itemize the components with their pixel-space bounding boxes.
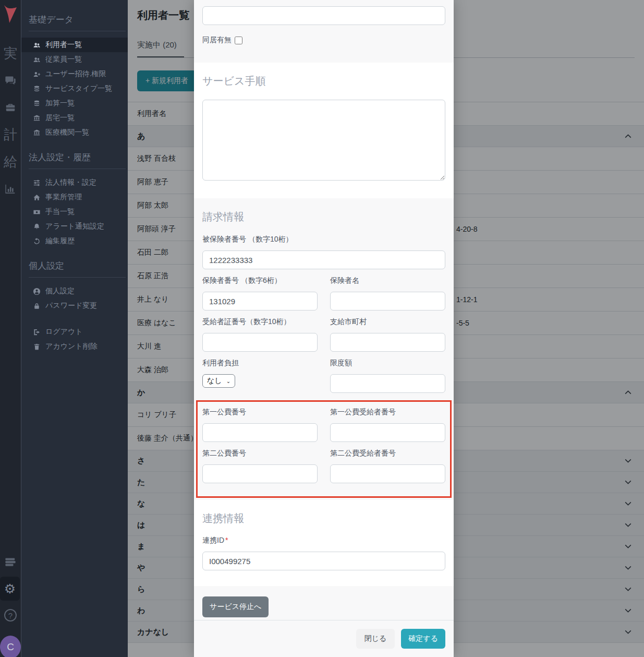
- sidebar-item[interactable]: 医療機関一覧: [21, 125, 128, 140]
- insurer-number-label: 保険者番号 （数字6桁）: [202, 276, 318, 285]
- bank-icon: [33, 129, 41, 137]
- history-icon: [33, 237, 41, 245]
- list-icon[interactable]: [0, 550, 21, 575]
- chart-bar-icon[interactable]: [0, 176, 21, 201]
- sidebar-section-title: 個人設定: [21, 260, 128, 277]
- sidebar-item[interactable]: 加算一覧: [21, 96, 128, 111]
- sidebar-item[interactable]: 従業員一覧: [21, 52, 128, 67]
- question-glyph: ?: [4, 609, 17, 622]
- jitsu-kanji[interactable]: 実: [0, 41, 21, 66]
- recipient-cert-number-label: 受給者証番号（数字10桁）: [202, 317, 318, 327]
- lock-icon: [33, 302, 41, 310]
- insured-number-input[interactable]: [202, 250, 445, 269]
- sidebar-item[interactable]: サービスタイプ一覧: [21, 81, 128, 96]
- list-icon: [5, 556, 16, 568]
- strip-bottom-items: ⚙?C: [0, 550, 21, 657]
- comment-icon: [5, 75, 16, 86]
- sidebar-item[interactable]: 利用者一覧: [21, 38, 128, 52]
- sidebar-item[interactable]: 事業所管理: [21, 190, 128, 205]
- sidebar-item-label: ユーザー招待.権限: [45, 69, 106, 79]
- public-expense-highlight-box: 第一公費番号 第一公費受給者番号 第二公費番号 第二公費受給者番号: [196, 400, 452, 498]
- chart-icon: [5, 183, 16, 195]
- sidebar: 基礎データ利用者一覧従業員一覧ユーザー招待.権限サービスタイプ一覧加算一覧居宅一…: [21, 0, 128, 657]
- service-stop-button[interactable]: サービス停止へ: [202, 596, 269, 617]
- avatar[interactable]: C: [0, 630, 21, 655]
- recipient-cert-number-input[interactable]: [202, 333, 318, 352]
- kohi1-recipient-number-input[interactable]: [330, 423, 445, 442]
- sidebar-item-label: アラート通知設定: [45, 222, 104, 231]
- sidebar-section-title: 基礎データ: [21, 14, 128, 31]
- kohi1-recipient-number-label: 第一公費受給者番号: [330, 408, 445, 417]
- briefcase-icon[interactable]: [0, 95, 21, 120]
- sidebar-item[interactable]: アカウント削除: [21, 339, 128, 354]
- sidebar-item-label: 医療機関一覧: [45, 128, 89, 137]
- sidebar-item-label: 加算一覧: [45, 99, 75, 108]
- link-section-title: 連携情報: [202, 511, 445, 525]
- sidebar-item-label: 法人情報・設定: [45, 178, 96, 187]
- sidebar-item-label: 利用者一覧: [45, 40, 82, 50]
- confirm-button[interactable]: 確定する: [401, 629, 445, 649]
- gear-glyph: ⚙: [4, 582, 16, 595]
- service-steps-textarea[interactable]: [202, 100, 445, 181]
- insured-number-label: 被保険者番号 （数字10桁）: [202, 235, 445, 244]
- sidebar-item[interactable]: パスワード変更: [21, 298, 128, 313]
- insurer-number-input[interactable]: [202, 292, 318, 310]
- kohi2-recipient-number-label: 第二公費受給者番号: [330, 449, 445, 458]
- sidebar-item[interactable]: 法人情報・設定: [21, 175, 128, 190]
- user-burden-select[interactable]: なし ⌄: [202, 374, 235, 388]
- insurer-name-input[interactable]: [330, 292, 445, 310]
- cohabit-label: 同居有無: [202, 35, 232, 45]
- kei-kanji[interactable]: 計: [0, 122, 21, 147]
- sidebar-item-label: パスワード変更: [45, 301, 97, 310]
- question-icon[interactable]: ?: [0, 603, 21, 628]
- limit-amount-label: 限度額: [330, 359, 445, 368]
- limit-amount-input[interactable]: [330, 374, 445, 393]
- sidebar-section: 基礎データ利用者一覧従業員一覧ユーザー招待.権限サービスタイプ一覧加算一覧居宅一…: [21, 14, 128, 140]
- address-detail-input[interactable]: [202, 6, 445, 25]
- sidebar-item-label: アカウント削除: [45, 342, 98, 351]
- cohabit-checkbox[interactable]: [235, 37, 242, 44]
- payment-city-label: 支給市町村: [330, 317, 445, 327]
- sidebar-item[interactable]: 居宅一覧: [21, 111, 128, 125]
- users-icon: [33, 41, 41, 49]
- trash-icon: [33, 343, 41, 351]
- chevron-down-icon: ⌄: [226, 378, 230, 384]
- service-steps-section-title: サービス手順: [202, 74, 445, 88]
- strip-items: 実計給: [0, 41, 21, 204]
- kohi1-number-label: 第一公費番号: [202, 408, 318, 417]
- comment-icon[interactable]: [0, 68, 21, 93]
- user-plus-icon: [33, 70, 41, 78]
- kohi2-recipient-number-input[interactable]: [330, 464, 445, 483]
- sidebar-item[interactable]: アラート通知設定: [21, 219, 128, 234]
- link-id-input[interactable]: [202, 552, 445, 570]
- user-burden-selected-value: なし: [207, 376, 222, 386]
- sidebar-item[interactable]: 手当一覧: [21, 205, 128, 219]
- payment-city-input[interactable]: [330, 333, 445, 352]
- kohi2-number-input[interactable]: [202, 464, 318, 483]
- sidebar-item[interactable]: ユーザー招待.権限: [21, 67, 128, 81]
- insurer-name-label: 保険者名: [330, 276, 445, 285]
- user-burden-label: 利用者負担: [202, 359, 318, 368]
- kyuu-kanji[interactable]: 給: [0, 149, 21, 174]
- kohi2-number-label: 第二公費番号: [202, 449, 318, 458]
- sidebar-item[interactable]: 編集履歴: [21, 234, 128, 248]
- gear-icon[interactable]: ⚙: [0, 577, 20, 601]
- sign-out-icon: [33, 328, 41, 336]
- sliders-icon: [33, 179, 41, 187]
- sidebar-item-label: 事業所管理: [45, 193, 82, 202]
- money-icon: [33, 208, 41, 216]
- sidebar-item-label: 手当一覧: [45, 207, 75, 217]
- sidebar-item[interactable]: ログアウト: [21, 325, 128, 339]
- app-logo-bird-icon[interactable]: [3, 4, 18, 27]
- kohi1-number-input[interactable]: [202, 423, 318, 442]
- database-icon: [33, 85, 41, 93]
- briefcase-icon: [5, 102, 16, 113]
- sidebar-item[interactable]: 個人設定: [21, 284, 128, 298]
- sidebar-section: 法人設定・履歴法人情報・設定事業所管理手当一覧アラート通知設定編集履歴: [21, 151, 128, 248]
- bank-icon: [33, 114, 41, 122]
- close-button[interactable]: 閉じる: [356, 629, 395, 649]
- sidebar-item-label: ログアウト: [45, 327, 83, 337]
- required-asterisk: *: [225, 536, 228, 544]
- sidebar-section: 個人設定個人設定パスワード変更ログアウトアカウント削除: [21, 260, 128, 354]
- link-id-label: 連携ID*: [202, 536, 445, 545]
